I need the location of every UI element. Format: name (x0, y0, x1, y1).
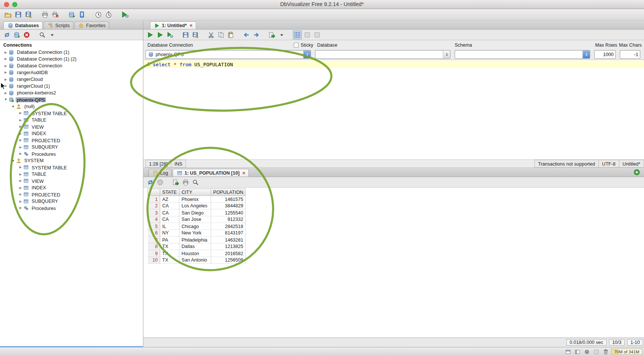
grid-cell[interactable]: 1213825 (211, 243, 245, 250)
back-button[interactable] (242, 30, 251, 39)
expand-icon[interactable]: ▶ (3, 78, 8, 81)
grid-cell[interactable]: TX (160, 257, 179, 263)
sticky-checkbox[interactable] (294, 43, 298, 47)
grid-cell[interactable]: 8143197 (211, 230, 245, 236)
layout-top-button[interactable] (564, 348, 572, 356)
column-header[interactable]: POPULATION (211, 189, 245, 196)
tree-item[interactable]: ▶rangerCloud (0, 76, 143, 83)
grid-cell[interactable]: 1255540 (211, 209, 245, 216)
add-result-tab-button[interactable] (634, 169, 640, 175)
grid-cell[interactable]: IL (160, 223, 179, 230)
schema-combo[interactable] (455, 50, 590, 59)
connection-combo[interactable]: phoenix-QPS (145, 50, 311, 59)
forward-button[interactable] (252, 30, 261, 39)
print-cancel-button[interactable] (50, 10, 59, 19)
paste-button[interactable] (226, 30, 235, 39)
driver-manager-button[interactable] (77, 10, 86, 19)
tree-item[interactable]: ▶INDEX (0, 130, 143, 137)
row-number[interactable]: 9 (148, 250, 160, 257)
export-button[interactable] (267, 30, 276, 39)
grid-cell[interactable]: 1256509 (211, 257, 245, 263)
tree-item[interactable]: ▶PROJECTED (0, 137, 143, 144)
max-rows-input[interactable] (594, 50, 616, 59)
execute-current-button[interactable] (156, 30, 165, 39)
expand-icon[interactable]: ▶ (18, 172, 23, 176)
sql-current-line[interactable]: 1 select * from US_POPULATION (143, 61, 644, 68)
column-header[interactable]: CITY (179, 189, 211, 196)
print-button[interactable] (40, 10, 49, 19)
export-caret-button[interactable] (277, 30, 286, 39)
save-sql-button[interactable] (181, 30, 190, 39)
connection-button[interactable] (67, 10, 76, 19)
row-number[interactable]: 10 (148, 257, 160, 263)
combo-caret-icon[interactable] (582, 50, 590, 58)
row-number[interactable]: 4 (148, 216, 160, 223)
collapse-icon[interactable]: ▼ (3, 98, 8, 102)
expand-icon[interactable]: ▶ (18, 179, 23, 183)
expand-icon[interactable]: ▶ (3, 50, 8, 54)
expand-icon[interactable]: ▶ (3, 91, 8, 95)
expand-icon[interactable]: ▶ (18, 186, 23, 190)
expand-icon[interactable]: ▶ (3, 84, 8, 88)
grid-cell[interactable]: PA (160, 236, 179, 243)
grid-cell[interactable]: CA (160, 202, 179, 209)
sql-editor[interactable]: 1 select * from US_POPULATION (143, 60, 644, 160)
row-number[interactable]: 2 (148, 202, 160, 209)
expand-icon[interactable]: ▶ (3, 64, 8, 68)
monitor-button[interactable] (104, 10, 113, 19)
expand-icon[interactable]: ▶ (18, 193, 23, 196)
run-script-button[interactable] (120, 10, 129, 19)
expand-icon[interactable]: ▶ (18, 166, 23, 169)
tree-item[interactable]: ▶PROJECTED (0, 191, 143, 198)
print-grid-button[interactable] (181, 178, 190, 187)
grid-cell[interactable]: San Antonio (179, 257, 211, 263)
expand-icon[interactable]: ▶ (18, 118, 23, 122)
memory-gauge[interactable]: 70M of 341M (611, 348, 642, 354)
settings-button[interactable] (583, 348, 591, 356)
expand-icon[interactable]: ▶ (3, 71, 8, 75)
tree-item[interactable]: ▶SUBQUERY (0, 198, 143, 205)
grid-cell[interactable]: AZ (160, 196, 179, 202)
tree-item[interactable]: ▶Procedures (0, 205, 143, 211)
close-window-button[interactable] (4, 2, 9, 7)
cut-button[interactable] (207, 30, 216, 39)
max-chars-input[interactable] (620, 50, 641, 59)
row-number[interactable]: 1 (148, 196, 160, 202)
combo-caret-icon[interactable] (443, 50, 450, 58)
grid-cell[interactable]: Phoenix (179, 196, 211, 202)
zoom-window-button[interactable] (12, 2, 17, 7)
expand-icon[interactable]: ▶ (18, 152, 23, 156)
results-tab-log[interactable]: Log (148, 169, 172, 176)
save-button[interactable] (14, 10, 23, 19)
expand-icon[interactable]: ▶ (18, 199, 23, 203)
add-connection-button[interactable] (12, 30, 21, 39)
grid-cell[interactable]: Philadelphia (179, 236, 211, 243)
save-sql-as-button[interactable] (191, 30, 200, 39)
grid-cell[interactable]: TX (160, 243, 179, 250)
grid-cell[interactable]: 2842518 (211, 223, 245, 230)
stop-button[interactable] (156, 178, 165, 187)
save-as-button[interactable] (24, 10, 33, 19)
history-button[interactable] (94, 10, 103, 19)
clear-button[interactable] (602, 348, 610, 356)
rerun-button[interactable] (146, 178, 155, 187)
close-tab-icon[interactable]: × (190, 23, 193, 28)
collapse-icon[interactable]: ▼ (11, 105, 15, 108)
grid-cell[interactable]: 1461575 (211, 196, 245, 202)
disconnect-button[interactable] (22, 30, 31, 39)
expand-icon[interactable]: ▶ (18, 206, 23, 210)
expand-icon[interactable]: ▶ (18, 145, 23, 149)
grid-cell[interactable]: New York (179, 230, 211, 236)
grid-cell[interactable]: NY (160, 230, 179, 236)
tree-item[interactable]: ▶rangerAuditDB (0, 69, 143, 76)
toggle-editor-button[interactable] (293, 30, 302, 39)
tree-item[interactable]: ▶TABLE (0, 117, 143, 123)
sidebar-tab-favorites[interactable]: Favorites (74, 21, 109, 29)
tree-item[interactable]: ▶SYSTEM TABLE (0, 164, 143, 171)
tree-item[interactable]: ▼SYSTEM (0, 157, 143, 164)
layout-grid-button[interactable] (592, 348, 600, 356)
filter-caret-button[interactable] (48, 30, 57, 39)
copy-button[interactable] (216, 30, 225, 39)
execute-button[interactable] (146, 30, 155, 39)
tree-item[interactable]: ▶INDEX (0, 184, 143, 191)
